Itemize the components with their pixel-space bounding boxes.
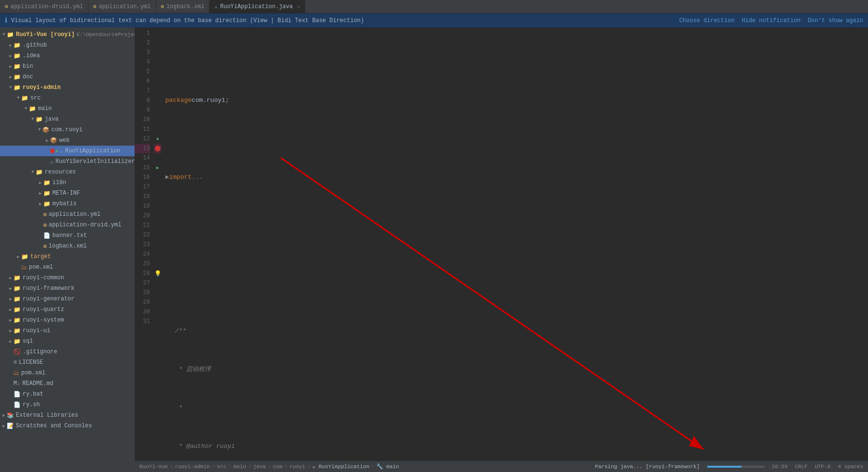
sep7: >	[307, 464, 310, 470]
sidebar-item-ruoyi-quartz[interactable]: ▶ 📁 ruoyi-quartz	[0, 304, 135, 315]
tab-ruoyi-application[interactable]: ☕ RuoYiApplication.java ✕	[210, 0, 305, 13]
item-label: doc	[23, 74, 33, 80]
sidebar-item-idea[interactable]: ▶ 📁 .idea	[0, 50, 135, 61]
expand-arrow: ▶	[37, 180, 43, 186]
sidebar-item-gitignore[interactable]: 🚫 .gitignore	[0, 347, 135, 357]
breadcrumb-src: src	[217, 464, 226, 470]
folder-icon: 📁	[13, 63, 21, 70]
charset: UTF-8	[815, 464, 831, 470]
gutter-line-26: 💡	[154, 269, 161, 278]
sidebar-item-doc[interactable]: ▶ 📁 doc	[0, 72, 135, 82]
sidebar-item-ruoyi-framework[interactable]: ▶ 📁 ruoyi-framework	[0, 283, 135, 294]
sidebar-item-ruoyi-common[interactable]: ▶ 📁 ruoyi-common	[0, 273, 135, 283]
tab-logback[interactable]: ⚙ logback.xml	[156, 0, 210, 13]
progress-bar	[707, 466, 765, 468]
sidebar-item-application-druid-yml[interactable]: ⚙ application-druid.yml	[0, 220, 135, 230]
encoding: CRLF	[795, 464, 807, 470]
choose-direction-link[interactable]: Choose direction	[679, 17, 734, 24]
sidebar-item-com-ruoyi[interactable]: ▼ 📦 com.ruoyi	[0, 124, 135, 135]
code-content[interactable]: package com.ruoyi; ▶ import ... /** * 启动…	[163, 27, 868, 460]
sidebar-item-ry-bat[interactable]: 📄 ry.bat	[0, 389, 135, 399]
sidebar-item-ruoyi-generator[interactable]: ▶ 📁 ruoyi-generator	[0, 294, 135, 304]
folder-icon: 📁	[43, 179, 50, 186]
sidebar-item-i18n[interactable]: ▶ 📁 i18n	[0, 177, 135, 188]
md-file-icon: M↓	[13, 380, 20, 387]
expand-arrow: ▼	[23, 106, 29, 111]
sidebar-item-web[interactable]: ▶ 📦 web	[0, 135, 135, 146]
sidebar-item-ruoyi-system[interactable]: ▶ 📁 ruoyi-system	[0, 315, 135, 325]
bulb-icon: 💡	[154, 270, 161, 277]
sidebar-item-pom-root[interactable]: 🗂 pom.xml	[0, 368, 135, 378]
folder-icon: 📁	[29, 105, 36, 112]
item-label: Scratches and Consoles	[16, 422, 92, 429]
sidebar-item-project-root[interactable]: ▼ 📁 RuoYi-Vue [ruoyi] E:\OpenSourceProje…	[0, 29, 135, 40]
expand-arrow: ▶	[37, 201, 43, 207]
sidebar-item-external-libs[interactable]: ▶ 📚 External Libraries	[0, 410, 135, 421]
sidebar-item-bin[interactable]: ▶ 📁 bin	[0, 61, 135, 72]
main-area: ▼ 📁 RuoYi-Vue [ruoyi] E:\OpenSourceProje…	[0, 27, 868, 472]
sidebar-item-application-yml[interactable]: ⚙ application.yml	[0, 209, 135, 220]
expand-arrow: ▶	[8, 297, 13, 302]
sidebar-item-sql[interactable]: ▶ 📁 sql	[0, 336, 135, 347]
item-label: java	[45, 116, 59, 123]
hide-notification-link[interactable]: Hide notification	[742, 17, 800, 24]
tab-close-icon[interactable]: ✕	[297, 4, 300, 10]
gutter-line-27	[154, 278, 161, 288]
sidebar-item-ry-sh[interactable]: 📄 ry.sh	[0, 399, 135, 410]
sidebar-item-scratches[interactable]: ▶ 📝 Scratches and Consoles	[0, 421, 135, 431]
status-right: Parsing java... [ruoyi-framework] 26:59 …	[595, 464, 863, 470]
sidebar-item-license[interactable]: ≡ LICENSE	[0, 357, 135, 368]
gutter-line-21	[154, 221, 161, 230]
item-label: ruoyi-admin	[23, 84, 61, 91]
sidebar-item-java[interactable]: ▼ 📁 java	[0, 114, 135, 124]
breadcrumb-com: com	[273, 464, 283, 470]
xml-icon: ⚙	[5, 3, 8, 10]
java-icon: ☕	[214, 3, 218, 10]
sidebar-item-target[interactable]: ▶ 📁 target	[0, 251, 135, 262]
gutter-line-11	[154, 124, 161, 134]
expand-arrow: ▶	[8, 64, 13, 69]
sidebar-item-banner-txt[interactable]: 📄 banner.txt	[0, 230, 135, 241]
git-file-icon: 🚫	[13, 348, 21, 356]
gutter-line-22	[154, 230, 161, 240]
sidebar-item-ruoyi-ui[interactable]: ▶ 📁 ruoyi-ui	[0, 325, 135, 336]
code-line-9: *	[163, 403, 868, 413]
expand-arrow: ▶	[8, 286, 13, 291]
sidebar-item-resources[interactable]: ▼ 📁 resources	[0, 167, 135, 177]
tab-application[interactable]: ⚙ application.yml	[88, 0, 156, 13]
item-label: resources	[45, 169, 76, 175]
sidebar-item-mybatis[interactable]: ▶ 📁 mybatis	[0, 199, 135, 209]
dont-show-again-link[interactable]: Don't show again	[808, 17, 863, 24]
package-icon: 📦	[42, 126, 50, 134]
sidebar-item-github[interactable]: ▶ 📁 .github	[0, 40, 135, 50]
license-file-icon: ≡	[13, 359, 17, 366]
package-icon: 📦	[50, 137, 57, 144]
sidebar-item-ruoyi-admin[interactable]: ▼ 📁 ruoyi-admin	[0, 82, 135, 93]
expand-arrow: ▶	[8, 43, 13, 48]
sidebar-item-ruoyi-application[interactable]: ▶ ☕ RuoYiApplication	[0, 146, 135, 156]
expand-arrow: ▶	[8, 339, 13, 344]
breakpoint-dot	[155, 146, 161, 151]
sidebar-item-ruoyi-servlet[interactable]: ☕ RuoYiServletInitializer	[0, 156, 135, 167]
expand-arrow: ▼	[30, 170, 36, 174]
library-icon: 📚	[7, 412, 14, 419]
breadcrumb-main: main	[234, 464, 246, 470]
sidebar-item-meta-inf[interactable]: ▶ 📁 META-INF	[0, 188, 135, 199]
sidebar-item-pom-admin[interactable]: 🗂 pom.xml	[0, 262, 135, 273]
sidebar-item-src[interactable]: ▼ 📁 src	[0, 93, 135, 103]
item-label: ruoyi-common	[23, 274, 64, 281]
sidebar-item-readme[interactable]: M↓ README.md	[0, 378, 135, 389]
item-label: ry.bat	[23, 391, 43, 397]
sep4: >	[248, 464, 251, 470]
info-icon: ℹ	[5, 16, 7, 25]
sep2: >	[212, 464, 215, 470]
item-label: main	[38, 105, 52, 112]
code-line-8: * 启动程序	[163, 365, 868, 374]
sidebar-item-logback-xml[interactable]: ⚙ logback.xml	[0, 241, 135, 251]
sidebar-item-main[interactable]: ▼ 📁 main	[0, 103, 135, 114]
gutter-line-3	[154, 48, 161, 57]
xml-icon: ⚙	[93, 3, 97, 10]
expand-arrow: ▶	[1, 423, 7, 429]
tab-application-druid[interactable]: ⚙ application-druid.yml	[0, 0, 88, 13]
line-numbers: 1 2 3 4 5 6 7 8 9 10 11 12 13 14 15 16 1…	[135, 27, 154, 460]
